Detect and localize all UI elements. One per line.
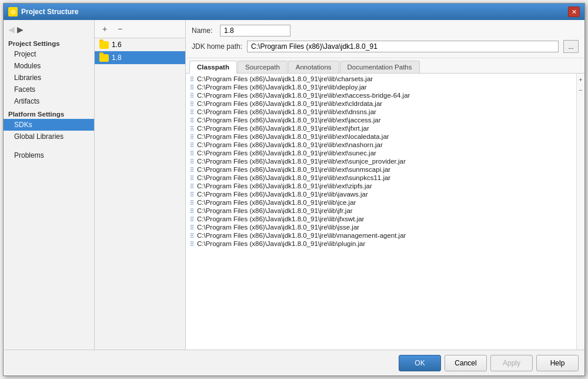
file-list-item[interactable]: C:\Program Files (x86)\Java\jdk1.8.0_91\… — [186, 141, 576, 149]
sidebar-item-sdks[interactable]: SDKs — [4, 119, 94, 131]
window-title: Project Structure — [21, 8, 78, 16]
drag-handle-icon — [191, 118, 193, 122]
tab-classpath[interactable]: Classpath — [189, 61, 237, 74]
remove-file-button[interactable]: − — [577, 85, 585, 95]
apply-button[interactable]: Apply — [490, 355, 533, 371]
name-row: Name: — [192, 25, 579, 36]
ok-button[interactable]: OK — [399, 355, 441, 371]
file-path: C:\Program Files (x86)\Java\jdk1.8.0_91\… — [197, 75, 373, 82]
tabs-bar: Classpath Sourcepath Annotations Documen… — [186, 58, 584, 74]
file-list-item[interactable]: C:\Program Files (x86)\Java\jdk1.8.0_91\… — [186, 124, 576, 132]
drag-handle-icon — [191, 233, 193, 238]
file-path: C:\Program Files (x86)\Java\jdk1.8.0_91\… — [197, 117, 381, 124]
file-list-item[interactable]: C:\Program Files (x86)\Java\jdk1.8.0_91\… — [186, 198, 576, 207]
cancel-button[interactable]: Cancel — [445, 355, 487, 371]
drag-handle-icon — [191, 241, 193, 246]
file-list-item[interactable]: C:\Program Files (x86)\Java\jdk1.8.0_91\… — [186, 116, 576, 124]
file-path: C:\Program Files (x86)\Java\jdk1.8.0_91\… — [197, 141, 383, 148]
tab-annotations[interactable]: Annotations — [288, 61, 339, 73]
sidebar-item-libraries[interactable]: Libraries — [4, 72, 94, 84]
sidebar-item-problems[interactable]: Problems — [4, 149, 94, 161]
file-path: C:\Program Files (x86)\Java\jdk1.8.0_91\… — [197, 191, 368, 198]
drag-handle-icon — [191, 159, 193, 164]
sidebar-item-artifacts[interactable]: Artifacts — [4, 95, 94, 107]
file-path: C:\Program Files (x86)\Java\jdk1.8.0_91\… — [197, 199, 356, 206]
drag-handle-icon — [191, 101, 193, 106]
platform-settings-header: Platform Settings — [4, 107, 94, 119]
drag-handle-icon — [191, 200, 193, 205]
project-structure-window: ⚙ Project Structure ✕ ◀ ▶ Project Settin… — [3, 3, 585, 376]
file-path: C:\Program Files (x86)\Java\jdk1.8.0_91\… — [197, 207, 353, 214]
sidebar-item-facets[interactable]: Facets — [4, 84, 94, 95]
sdk-label-1.6: 1.6 — [112, 41, 122, 49]
tab-documentation-paths[interactable]: Documentation Paths — [340, 61, 420, 73]
file-list-item[interactable]: C:\Program Files (x86)\Java\jdk1.8.0_91\… — [186, 240, 576, 248]
drag-handle-icon — [191, 167, 193, 172]
drag-handle-icon — [191, 184, 193, 188]
file-list-item[interactable]: C:\Program Files (x86)\Java\jdk1.8.0_91\… — [186, 207, 576, 215]
sdk-list: 1.6 1.8 — [95, 38, 185, 350]
file-list-item[interactable]: C:\Program Files (x86)\Java\jdk1.8.0_91\… — [186, 182, 576, 190]
drag-handle-icon — [191, 175, 193, 180]
sidebar-item-global-libraries[interactable]: Global Libraries — [4, 131, 94, 142]
sdk-item-1.6[interactable]: 1.6 — [95, 38, 185, 51]
file-path: C:\Program Files (x86)\Java\jdk1.8.0_91\… — [197, 158, 406, 165]
sdk-item-1.8[interactable]: 1.8 — [95, 51, 185, 64]
file-path: C:\Program Files (x86)\Java\jdk1.8.0_91\… — [197, 108, 376, 115]
file-list-item[interactable]: C:\Program Files (x86)\Java\jdk1.8.0_91\… — [186, 83, 576, 91]
file-path: C:\Program Files (x86)\Java\jdk1.8.0_91\… — [197, 232, 406, 239]
file-list-item[interactable]: C:\Program Files (x86)\Java\jdk1.8.0_91\… — [186, 99, 576, 108]
file-list-item[interactable]: C:\Program Files (x86)\Java\jdk1.8.0_91\… — [186, 91, 576, 99]
file-list-item[interactable]: C:\Program Files (x86)\Java\jdk1.8.0_91\… — [186, 108, 576, 116]
add-sdk-button[interactable]: + — [98, 23, 111, 35]
drag-handle-icon — [191, 77, 193, 81]
tab-sourcepath[interactable]: Sourcepath — [238, 61, 288, 73]
help-button[interactable]: Help — [536, 355, 579, 371]
file-path: C:\Program Files (x86)\Java\jdk1.8.0_91\… — [197, 100, 382, 107]
add-file-button[interactable]: + — [577, 75, 585, 84]
nav-row: ◀ ▶ — [4, 22, 94, 36]
file-path: C:\Program Files (x86)\Java\jdk1.8.0_91\… — [197, 84, 367, 91]
drag-handle-icon — [191, 109, 193, 114]
right-header: Name: JDK home path: ... — [186, 20, 584, 58]
back-button[interactable]: ◀ — [8, 25, 15, 34]
file-list-item[interactable]: C:\Program Files (x86)\Java\jdk1.8.0_91\… — [186, 223, 576, 231]
right-panel: Name: JDK home path: ... Classpath Sourc… — [186, 20, 584, 350]
jdk-row: JDK home path: ... — [192, 40, 579, 53]
sidebar: ◀ ▶ Project Settings Project Modules Lib… — [4, 20, 95, 350]
browse-button[interactable]: ... — [563, 40, 579, 53]
forward-button[interactable]: ▶ — [17, 25, 24, 34]
file-path: C:\Program Files (x86)\Java\jdk1.8.0_91\… — [197, 133, 389, 140]
file-list-item[interactable]: C:\Program Files (x86)\Java\jdk1.8.0_91\… — [186, 190, 576, 198]
file-list-item[interactable]: C:\Program Files (x86)\Java\jdk1.8.0_91\… — [186, 165, 576, 174]
file-path: C:\Program Files (x86)\Java\jdk1.8.0_91\… — [197, 215, 364, 222]
file-list-item[interactable]: C:\Program Files (x86)\Java\jdk1.8.0_91\… — [186, 215, 576, 223]
close-button[interactable]: ✕ — [568, 6, 580, 17]
drag-handle-icon — [191, 192, 193, 197]
drag-handle-icon — [191, 225, 193, 230]
name-label: Name: — [192, 26, 215, 35]
middle-panel: + − 1.6 1.8 — [95, 20, 186, 350]
drag-handle-icon — [191, 208, 193, 213]
folder-icon — [99, 54, 109, 62]
file-list-item[interactable]: C:\Program Files (x86)\Java\jdk1.8.0_91\… — [186, 149, 576, 157]
drag-handle-icon — [191, 93, 193, 98]
remove-sdk-button[interactable]: − — [113, 23, 126, 35]
sidebar-item-project[interactable]: Project — [4, 48, 94, 60]
drag-handle-icon — [191, 151, 193, 155]
sidebar-item-modules[interactable]: Modules — [4, 60, 94, 72]
drag-handle-icon — [191, 217, 193, 221]
file-list-item[interactable]: C:\Program Files (x86)\Java\jdk1.8.0_91\… — [186, 174, 576, 182]
name-input[interactable] — [220, 25, 290, 36]
file-list-item[interactable]: C:\Program Files (x86)\Java\jdk1.8.0_91\… — [186, 157, 576, 165]
file-list-item[interactable]: C:\Program Files (x86)\Java\jdk1.8.0_91\… — [186, 132, 576, 141]
file-path: C:\Program Files (x86)\Java\jdk1.8.0_91\… — [197, 149, 376, 157]
file-list-container: C:\Program Files (x86)\Java\jdk1.8.0_91\… — [186, 74, 584, 350]
drag-handle-icon — [191, 134, 193, 139]
file-path: C:\Program Files (x86)\Java\jdk1.8.0_91\… — [197, 92, 410, 99]
title-bar-left: ⚙ Project Structure — [8, 7, 78, 16]
file-list-item[interactable]: C:\Program Files (x86)\Java\jdk1.8.0_91\… — [186, 75, 576, 83]
file-path: C:\Program Files (x86)\Java\jdk1.8.0_91\… — [197, 166, 390, 173]
jdk-path-input[interactable] — [247, 41, 559, 52]
file-list-item[interactable]: C:\Program Files (x86)\Java\jdk1.8.0_91\… — [186, 231, 576, 240]
